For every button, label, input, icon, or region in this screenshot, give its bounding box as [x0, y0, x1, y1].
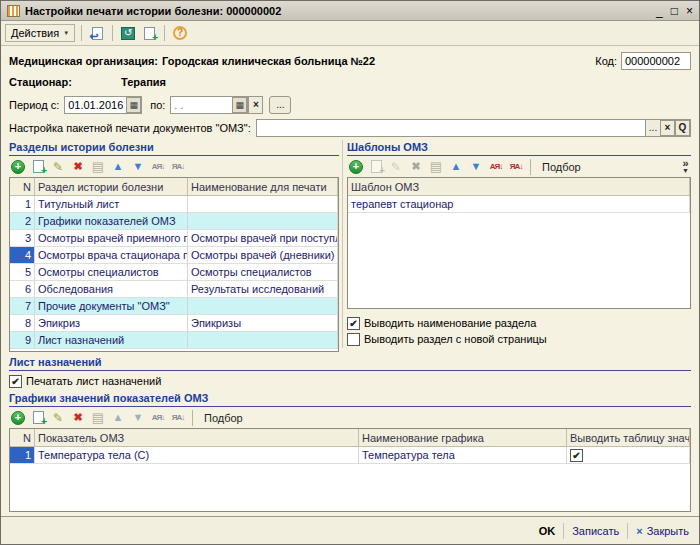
- period-from-label: Период с:: [9, 99, 59, 111]
- period-to-field[interactable]: . . ▦: [170, 96, 248, 114]
- save-button[interactable]: Записать: [572, 525, 619, 537]
- organization-value: Городская клиническая больница №22: [162, 55, 595, 67]
- sort-desc-button[interactable]: ЯА↓: [169, 409, 187, 426]
- refresh-button[interactable]: ↺: [119, 25, 137, 42]
- pick-button[interactable]: Подбор: [198, 412, 249, 424]
- period-options-button[interactable]: ...: [269, 96, 291, 114]
- sort-asc-button[interactable]: АЯ↓: [149, 158, 167, 175]
- column-header: Раздел истории болезни: [35, 178, 188, 196]
- table-row[interactable]: 5 Осмотры специалистов Осмотры специалис…: [10, 264, 338, 281]
- delete-button[interactable]: ✖: [407, 158, 425, 175]
- add-copy-button[interactable]: +: [29, 158, 47, 175]
- help-button[interactable]: ?: [171, 25, 189, 42]
- templates-table: Шаблон ОМЗ терапевт стационар: [347, 177, 691, 309]
- plus-icon: +: [152, 33, 158, 43]
- close-form-button[interactable]: × Закрыть: [636, 525, 689, 537]
- checkbox-checked-icon: ✔: [347, 317, 360, 330]
- plus-icon: +: [41, 166, 47, 176]
- refresh-icon: ↺: [121, 27, 135, 40]
- move-down-button[interactable]: ▼: [129, 158, 147, 175]
- end-edit-icon: ▤: [89, 158, 107, 175]
- toolbar-separator: [164, 25, 165, 41]
- add-copy-button[interactable]: +: [367, 158, 385, 175]
- edit-button[interactable]: ✎: [49, 158, 67, 175]
- column-header: Наименование для печати: [188, 178, 338, 196]
- templates-toolbar: + + ✎ ✖ ▤ ▲ ▼ АЯ↓ ЯА↓ Подбор » ▼: [347, 156, 691, 177]
- table-row[interactable]: 9 Лист назначений: [10, 332, 338, 349]
- sections-table: N Раздел истории болезни Наименование дл…: [9, 177, 339, 352]
- calendar-icon[interactable]: ▦: [232, 97, 247, 113]
- plus-icon: +: [41, 417, 47, 427]
- period-to-label: по:: [150, 99, 165, 111]
- table-row[interactable]: 8 Эпикриз Эпикризы: [10, 315, 338, 332]
- move-down-button[interactable]: ▼: [129, 409, 147, 426]
- move-up-button[interactable]: ▲: [447, 158, 465, 175]
- table-row[interactable]: 2 Графики показателей ОМЗ: [10, 213, 338, 230]
- add-icon: +: [11, 411, 25, 425]
- delete-button[interactable]: ✖: [69, 409, 87, 426]
- table-row[interactable]: 6 Обследования Результаты исследований: [10, 281, 338, 298]
- sort-asc-button[interactable]: АЯ↓: [487, 158, 505, 175]
- move-up-button[interactable]: ▲: [109, 409, 127, 426]
- add-icon: +: [349, 160, 363, 174]
- toolbar-overflow-button[interactable]: » ▼: [682, 160, 691, 174]
- sort-desc-button[interactable]: ЯА↓: [169, 158, 187, 175]
- add-copy-button[interactable]: +: [29, 409, 47, 426]
- chevron-down-icon: ▼: [682, 167, 689, 174]
- close-x-icon: ×: [636, 525, 642, 537]
- pick-button[interactable]: Подбор: [536, 161, 587, 173]
- reread-button[interactable]: ↩: [88, 25, 106, 42]
- add-icon: +: [11, 160, 25, 174]
- code-label: Код:: [595, 55, 617, 67]
- add-button[interactable]: +: [9, 158, 27, 175]
- table-row[interactable]: терапевт стационар: [348, 196, 690, 213]
- add-button[interactable]: +: [9, 409, 27, 426]
- batch-print-field[interactable]: ... × Q: [256, 119, 691, 137]
- choose-button[interactable]: ...: [645, 120, 660, 136]
- end-edit-icon: ▤: [427, 158, 445, 175]
- checkbox-section-new-page[interactable]: Выводить раздел с новой страницы: [347, 331, 691, 347]
- toolbar-separator: [112, 25, 113, 41]
- table-row[interactable]: 3 Осмотры врачей приемного п… Осмотры вр…: [10, 230, 338, 247]
- templates-panel-title: Шаблоны ОМЗ: [347, 140, 691, 156]
- templates-panel: Шаблоны ОМЗ + + ✎ ✖ ▤ ▲ ▼ АЯ↓ ЯА↓ Подбор…: [347, 140, 691, 352]
- main-toolbar: Действия ▼ ↩ ↺ + ?: [1, 21, 699, 46]
- checkbox-show-values-table[interactable]: ✔: [570, 449, 583, 462]
- calendar-icon[interactable]: ▦: [126, 97, 141, 113]
- table-row[interactable]: 1 Титульный лист: [10, 196, 338, 213]
- maximize-button[interactable]: □: [671, 4, 678, 18]
- organization-label: Медицинская организация:: [9, 55, 158, 67]
- clear-icon[interactable]: ×: [660, 120, 675, 136]
- toolbar-separator: [81, 25, 82, 41]
- edit-button[interactable]: ✎: [49, 409, 67, 426]
- checkbox-print-prescriptions[interactable]: ✔ Печатать лист назначений: [9, 373, 691, 389]
- panel-splitter[interactable]: [339, 140, 347, 352]
- reread-arrow-icon: ↩: [89, 31, 98, 42]
- add-button[interactable]: +: [347, 158, 365, 175]
- column-header: Выводить таблицу значений: [567, 429, 690, 447]
- table-row[interactable]: 7 Прочие документы "ОМЗ": [10, 298, 338, 315]
- minimize-button[interactable]: _: [656, 4, 663, 18]
- column-header: Шаблон ОМЗ: [348, 178, 690, 196]
- search-icon[interactable]: Q: [675, 120, 690, 136]
- create-based-on-button[interactable]: +: [140, 25, 158, 42]
- clear-date-button[interactable]: ×: [248, 96, 263, 114]
- table-row-selected[interactable]: 1 Температура тела (С) Температура тела …: [10, 447, 690, 464]
- code-field[interactable]: 000000002: [621, 52, 691, 70]
- checkbox-show-section-name[interactable]: ✔ Выводить наименование раздела: [347, 315, 691, 331]
- footer-bar: OK Записать × Закрыть: [1, 516, 699, 544]
- edit-button[interactable]: ✎: [387, 158, 405, 175]
- period-from-field[interactable]: 01.01.2016 ▦: [64, 96, 142, 114]
- ok-button[interactable]: OK: [539, 525, 556, 537]
- move-down-button[interactable]: ▼: [467, 158, 485, 175]
- sort-desc-button[interactable]: ЯА↓: [507, 158, 525, 175]
- plus-icon: +: [379, 166, 385, 176]
- close-button[interactable]: ×: [686, 4, 693, 18]
- actions-menu-button[interactable]: Действия ▼: [5, 24, 75, 42]
- form-area: Медицинская организация: Городская клини…: [1, 46, 699, 516]
- sort-asc-button[interactable]: АЯ↓: [149, 409, 167, 426]
- delete-button[interactable]: ✖: [69, 158, 87, 175]
- move-up-button[interactable]: ▲: [109, 158, 127, 175]
- window-title: Настройки печати истории болезни: 000000…: [25, 5, 651, 17]
- table-row-selected[interactable]: 4 Осмотры врача стационара п… Осмотры вр…: [10, 247, 338, 264]
